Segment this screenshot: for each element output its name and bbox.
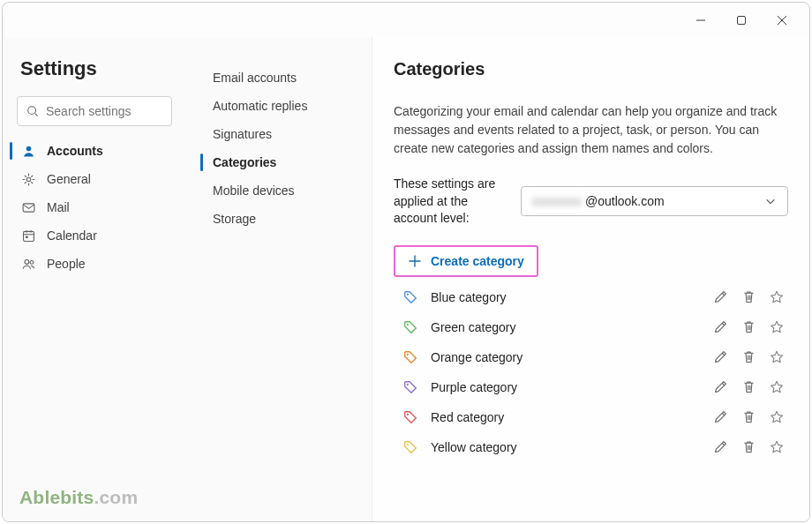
sidebar-item-accounts[interactable]: Accounts — [3, 137, 186, 165]
minimize-button[interactable] — [693, 15, 709, 26]
favorite-button[interactable] — [769, 289, 785, 305]
subnav-email-accounts[interactable]: Email accounts — [186, 64, 372, 92]
account-user-redacted: xxxxxxx — [532, 194, 582, 208]
category-actions — [712, 319, 785, 335]
category-actions — [712, 349, 785, 365]
edit-button[interactable] — [712, 439, 728, 455]
favorite-button[interactable] — [769, 379, 785, 395]
svg-point-1 — [28, 107, 36, 115]
person-icon — [20, 143, 36, 159]
sidebar-item-calendar[interactable]: Calendar — [3, 221, 186, 250]
category-actions — [712, 439, 785, 455]
favorite-button[interactable] — [769, 319, 785, 335]
tag-icon — [402, 409, 418, 425]
category-row: Green category — [394, 312, 788, 342]
subnav-signatures[interactable]: Signatures — [186, 120, 372, 148]
category-name: Blue category — [431, 290, 700, 304]
svg-rect-4 — [23, 203, 34, 211]
subnav-automatic-replies[interactable]: Automatic replies — [186, 92, 372, 120]
subnav-storage[interactable]: Storage — [186, 205, 372, 233]
delete-button[interactable] — [741, 319, 756, 335]
svg-rect-5 — [23, 231, 34, 241]
sidebar-nav: Accounts General Mail — [3, 137, 186, 278]
sidebar-item-label: Mail — [47, 200, 70, 214]
watermark-brand: Ablebits — [19, 487, 94, 507]
chevron-down-icon — [764, 195, 777, 207]
category-row: Yellow category — [394, 432, 788, 462]
svg-rect-6 — [26, 236, 28, 238]
sidebar-item-general[interactable]: General — [3, 165, 186, 193]
svg-point-8 — [30, 260, 34, 264]
svg-point-9 — [407, 294, 409, 296]
content-heading: Categories — [394, 59, 788, 79]
svg-point-14 — [407, 444, 409, 445]
category-actions — [712, 379, 785, 395]
watermark: Ablebits.com — [19, 487, 138, 508]
gear-icon — [20, 171, 36, 187]
category-name: Purple category — [431, 380, 700, 394]
create-category-label: Create category — [431, 254, 524, 268]
favorite-button[interactable] — [769, 409, 785, 425]
watermark-suffix: .com — [94, 487, 138, 507]
category-actions — [712, 409, 785, 425]
category-name: Red category — [431, 410, 700, 424]
svg-point-13 — [407, 414, 409, 415]
delete-button[interactable] — [741, 379, 756, 395]
sidebar-item-people[interactable]: People — [3, 250, 186, 278]
search-icon — [26, 103, 39, 119]
create-category-button[interactable]: Create category — [394, 245, 538, 277]
edit-button[interactable] — [712, 409, 728, 425]
delete-button[interactable] — [741, 289, 756, 305]
svg-point-7 — [24, 259, 28, 264]
tag-icon — [402, 289, 418, 305]
favorite-button[interactable] — [769, 439, 785, 455]
delete-button[interactable] — [741, 349, 756, 365]
tag-icon — [402, 349, 418, 365]
account-select[interactable]: xxxxxxx @outlook.com — [521, 186, 788, 216]
category-actions — [712, 289, 785, 305]
calendar-icon — [20, 228, 36, 243]
edit-button[interactable] — [712, 319, 728, 335]
sidebar-item-label: People — [47, 257, 86, 271]
sidebar-item-label: Accounts — [47, 144, 103, 158]
account-scope-label: These settings are applied at the accoun… — [394, 176, 505, 228]
subnav-mobile-devices[interactable]: Mobile devices — [186, 176, 372, 205]
sidebar-item-label: General — [47, 172, 91, 186]
svg-point-3 — [26, 177, 30, 181]
svg-point-2 — [26, 146, 31, 151]
svg-point-11 — [407, 354, 409, 356]
tag-icon — [402, 379, 418, 395]
people-icon — [20, 256, 36, 272]
category-row: Red category — [394, 402, 788, 432]
favorite-button[interactable] — [769, 349, 785, 365]
close-button[interactable] — [774, 15, 790, 26]
category-list: Blue categoryGreen categoryOrange catego… — [394, 282, 788, 462]
maximize-button[interactable] — [733, 15, 749, 26]
account-scope-row: These settings are applied at the accoun… — [394, 176, 788, 228]
plus-icon — [408, 254, 422, 268]
edit-button[interactable] — [712, 289, 728, 305]
edit-button[interactable] — [712, 349, 728, 365]
settings-window: Settings Accounts Genera — [2, 2, 810, 522]
mail-icon — [20, 199, 36, 215]
edit-button[interactable] — [712, 379, 728, 395]
delete-button[interactable] — [741, 439, 756, 455]
settings-heading: Settings — [3, 57, 186, 96]
category-row: Orange category — [394, 342, 788, 372]
account-domain: @outlook.com — [585, 194, 665, 208]
category-name: Orange category — [431, 350, 700, 364]
search-settings-input[interactable] — [17, 96, 172, 126]
content-pane: Categories Categorizing your email and c… — [372, 37, 809, 521]
search-settings-field[interactable] — [46, 104, 200, 118]
sidebar-item-label: Calendar — [47, 228, 97, 243]
svg-point-12 — [407, 384, 409, 386]
category-row: Purple category — [394, 372, 788, 402]
subnav-categories[interactable]: Categories — [186, 148, 372, 176]
sidebar-item-mail[interactable]: Mail — [3, 193, 186, 221]
delete-button[interactable] — [741, 409, 756, 425]
svg-rect-0 — [738, 16, 746, 24]
category-name: Green category — [431, 320, 700, 334]
category-row: Blue category — [394, 282, 788, 312]
subnav: Email accounts Automatic replies Signatu… — [186, 37, 372, 521]
content-description: Categorizing your email and calendar can… — [394, 102, 782, 158]
